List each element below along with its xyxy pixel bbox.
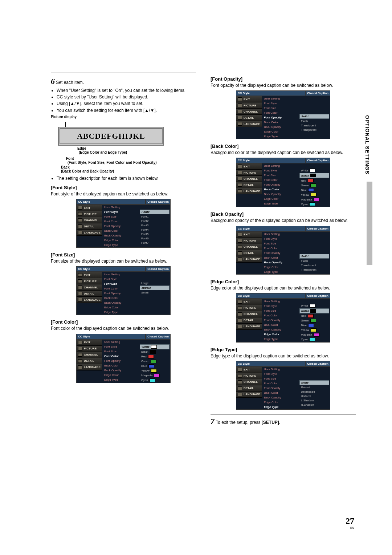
- osd-tab-detail: DETAIL: [77, 223, 102, 230]
- osd-tab-detail: DETAIL: [236, 182, 262, 188]
- osd-value: Blue: [299, 323, 329, 328]
- font-color-head: [Font Color]: [51, 319, 196, 325]
- osd-row-color: Font Color: [262, 110, 299, 115]
- osd-tab-detail: DETAIL: [236, 115, 262, 121]
- setup-button-label: [SETUP]: [262, 420, 279, 425]
- osd-row-size: Font Size: [262, 376, 299, 381]
- osd-value: Flash: [299, 259, 329, 263]
- step-6: 6 Set each item.: [51, 77, 196, 86]
- step-7-number: 7: [211, 417, 215, 426]
- side-tab-bar: [367, 182, 372, 265]
- osd-tab-channel: CHANNEL: [236, 176, 262, 182]
- osd-font-color: CC StyleClosed Caption EXITPICTURECHANNE…: [76, 334, 171, 383]
- osd-tab-channel: CHANNEL: [77, 352, 102, 358]
- osd-row-opacity: Font Opacity: [262, 386, 299, 390]
- osd-tab-channel: CHANNEL: [77, 284, 102, 291]
- osd-tab-exit: EXIT: [77, 272, 102, 278]
- osd-value: Black: [140, 350, 170, 354]
- osd-row-style: Font Style: [262, 168, 299, 173]
- font-color-text: Font color of the displayed caption can …: [51, 325, 196, 331]
- back-color-text: Background color of the displayed captio…: [211, 150, 356, 155]
- osd-value: Transparent: [299, 268, 329, 272]
- osd-row-bopacity: Back Opacity: [262, 327, 299, 332]
- sample-caption: ABCDEFGHIJKL: [58, 127, 164, 146]
- osd-row-user: User Setting: [102, 205, 139, 210]
- osd-value: Black: [299, 308, 329, 313]
- osd-row-opacity: Font Opacity: [262, 115, 299, 120]
- osd-value: Font3: [140, 223, 170, 227]
- osd-row-style: Font Style: [262, 304, 299, 308]
- osd-back-opacity: CC StyleClosed Caption EXITPICTURECHANNE…: [236, 226, 330, 275]
- step-6-text: Set each item.: [56, 80, 84, 85]
- osd-row-ecolor: Edge Color: [262, 332, 299, 337]
- osd-value: Yellow: [140, 369, 170, 373]
- osd-value: Transparent: [299, 128, 329, 132]
- osd-row-etype: Edge Type: [262, 134, 299, 139]
- osd-value: Red: [140, 355, 170, 359]
- osd-value: Raised: [299, 385, 329, 389]
- bullet-2: CC style set by "User Setting" will be d…: [57, 94, 196, 100]
- back-label: Back: [61, 165, 70, 169]
- osd-tab-picture: PICTURE: [236, 373, 262, 379]
- osd-value: Red: [299, 178, 329, 183]
- osd-value: Magenta: [299, 333, 329, 337]
- page-number: 27: [340, 516, 354, 526]
- osd-value: Magenta: [140, 373, 170, 378]
- osd-tab-channel: CHANNEL: [77, 217, 102, 223]
- osd-value: Magenta: [299, 197, 329, 202]
- osd-tab-exit: EXIT: [236, 163, 262, 170]
- back-opacity-head: [Back Opacity]: [211, 211, 356, 217]
- osd-row-bcolor: Back Color: [102, 228, 139, 233]
- step-7: 7 To exit the setup, press [SETUP].: [211, 414, 356, 426]
- osd-row-style: Font Style: [262, 101, 299, 106]
- edge-type-head: [Edge Type]: [211, 347, 356, 352]
- osd-row-style: Font Style: [262, 236, 299, 241]
- step-6-bullets: When "User Setting" is set to "On", you …: [57, 88, 196, 113]
- osd-row-bcolor: Back Color: [262, 120, 299, 125]
- osd-value: Cyan: [299, 202, 329, 206]
- font-style-text: Font style of the displayed caption can …: [51, 191, 196, 197]
- osd-value: Blue: [140, 364, 170, 368]
- osd-tab-detail: DETAIL: [77, 358, 102, 364]
- picture-display-diagram: ABCDEFGHIJKL Edge (Edge Color and Edge T…: [58, 122, 196, 173]
- osd-value: Cyan: [299, 337, 329, 342]
- osd-tab-exit: EXIT: [236, 96, 262, 102]
- osd-value: Yellow: [299, 193, 329, 197]
- osd-row-bopacity: Back Opacity: [102, 368, 139, 373]
- osd-row-etype: Edge Type: [262, 201, 299, 206]
- osd-row-color: Font Color: [262, 178, 299, 182]
- osd-edge-type: CC StyleClosed Caption EXITPICTURECHANNE…: [236, 361, 330, 410]
- osd-tab-channel: CHANNEL: [236, 379, 262, 385]
- osd-row-bopacity: Back Opacity: [102, 233, 139, 238]
- osd-tab-channel: CHANNEL: [236, 244, 262, 250]
- osd-row-style: Font Style: [102, 277, 139, 281]
- osd-tab-exit: EXIT: [236, 367, 262, 373]
- osd-tab-language: LANGUAGE: [77, 297, 102, 303]
- osd-tab-language: LANGUAGE: [236, 121, 262, 127]
- osd-row-size: Font Size: [262, 106, 299, 110]
- font-opacity-text: Font opacity of the displayed caption ca…: [211, 82, 356, 88]
- osd-value: Flash: [299, 119, 329, 123]
- osd-row-user: User Setting: [262, 367, 299, 372]
- osd-row-size: Font Size: [102, 349, 139, 354]
- osd-row-color: Font Color: [102, 354, 139, 358]
- back-color-head: [Back Color]: [211, 143, 356, 149]
- osd-row-etype: Edge Type: [262, 405, 299, 409]
- osd-value: Green: [140, 359, 170, 364]
- osd-row-user: User Setting: [102, 272, 139, 277]
- osd-row-opacity: Font Opacity: [102, 358, 139, 363]
- osd-value: Red: [299, 314, 329, 318]
- font-size-text: Font size of the displayed caption can b…: [51, 258, 196, 264]
- osd-row-color: Font Color: [262, 246, 299, 251]
- osd-font-size: CC StyleClosed Caption EXITPICTURECHANNE…: [76, 266, 171, 315]
- osd-row-opacity: Font Opacity: [262, 251, 299, 255]
- osd-row-etype: Edge Type: [102, 243, 139, 247]
- osd-row-bcolor: Back Color: [102, 296, 139, 300]
- edge-type-text: Edge type of the displayed caption can b…: [211, 353, 356, 359]
- osd-row-user: User Setting: [102, 340, 139, 344]
- osd-row-color: Font Color: [102, 219, 139, 224]
- osd-value: Blue: [299, 188, 329, 192]
- osd-value: Translucent: [299, 123, 329, 127]
- osd-row-color: Font Color: [102, 286, 139, 291]
- osd-row-opacity: Font Opacity: [102, 291, 139, 296]
